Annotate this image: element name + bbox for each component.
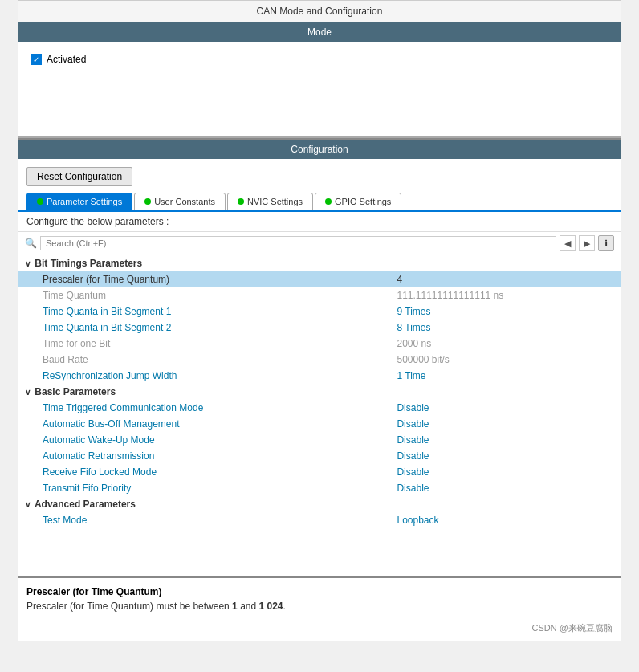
tabs-row: Parameter Settings User Constants NVIC S… (18, 193, 621, 210)
tab-dot-param (37, 198, 43, 205)
next-nav-button[interactable]: ▶ (579, 235, 595, 251)
param-value: 8 Times (397, 320, 621, 336)
param-value: 500000 bit/s (397, 352, 621, 368)
param-value: Disable (397, 416, 621, 432)
table-row: Time for one Bit 2000 ns (18, 336, 621, 352)
param-label: Time Quanta in Bit Segment 1 (18, 303, 397, 320)
tab-parameter-settings[interactable]: Parameter Settings (26, 193, 132, 210)
params-table: ∨ Bit Timings Parameters Prescaler (for … (18, 255, 621, 528)
param-label: ReSynchronization Jump Width (18, 368, 397, 384)
param-value: 2000 ns (397, 336, 621, 352)
param-label: Automatic Retransmission (18, 448, 397, 464)
param-label: Time Quanta in Bit Segment 2 (18, 320, 397, 336)
param-label: Prescaler (for Time Quantum) (18, 271, 397, 287)
param-label: Automatic Wake-Up Mode (18, 432, 397, 448)
table-row[interactable]: Prescaler (for Time Quantum) 4 (18, 271, 621, 287)
table-row[interactable]: Automatic Bus-Off Management Disable (18, 416, 621, 432)
param-label: Receive Fifo Locked Mode (18, 464, 397, 480)
table-row[interactable]: Transmit Fifo Priority Disable (18, 480, 621, 496)
param-value: 9 Times (397, 303, 621, 320)
table-row[interactable]: Test Mode Loopback (18, 512, 621, 528)
config-header: Configuration (18, 140, 621, 159)
group-basic-params: ∨ Basic Parameters (18, 384, 621, 400)
param-label: Transmit Fifo Priority (18, 480, 397, 496)
spacer (18, 528, 621, 576)
tab-dot-nvic (238, 198, 244, 205)
search-row: 🔍 ◀ ▶ ℹ (18, 232, 621, 255)
param-label: Test Mode (18, 512, 397, 528)
param-value: 4 (397, 271, 621, 287)
param-value: Disable (397, 480, 621, 496)
param-value: Disable (397, 464, 621, 480)
table-row[interactable]: Time Triggered Communication Mode Disabl… (18, 400, 621, 416)
expand-arrow-advanced[interactable]: ∨ (25, 500, 31, 509)
info-button[interactable]: ℹ (598, 235, 614, 251)
tab-user-constants[interactable]: User Constants (134, 193, 226, 210)
reset-config-button[interactable]: Reset Configuration (26, 167, 132, 186)
param-label: Time Triggered Communication Mode (18, 400, 397, 416)
tab-nvic-settings[interactable]: NVIC Settings (227, 193, 313, 210)
activated-row: ✓ Activated (31, 54, 608, 65)
search-icon: 🔍 (25, 238, 37, 249)
param-value: 1 Time (397, 368, 621, 384)
table-row: Baud Rate 500000 bit/s (18, 352, 621, 368)
param-label: Automatic Bus-Off Management (18, 416, 397, 432)
window-title: CAN Mode and Configuration (18, 1, 621, 22)
param-value: Disable (397, 448, 621, 464)
window-title-text: CAN Mode and Configuration (257, 6, 383, 17)
mode-header: Mode (18, 22, 621, 42)
param-value: Disable (397, 400, 621, 416)
bottom-info-title: Prescaler (for Time Quantum) (26, 586, 613, 597)
group-advanced-params: ∨ Advanced Parameters (18, 496, 621, 512)
prev-nav-button[interactable]: ◀ (560, 235, 576, 251)
search-input[interactable] (40, 236, 556, 250)
table-row[interactable]: Automatic Wake-Up Mode Disable (18, 432, 621, 448)
expand-arrow-bit[interactable]: ∨ (25, 259, 31, 268)
param-label: Baud Rate (18, 352, 397, 368)
configure-label: Configure the below parameters : (18, 210, 621, 232)
param-value: Loopback (397, 512, 621, 528)
config-section: Configuration Reset Configuration Parame… (18, 138, 621, 576)
tab-dot-user (144, 198, 151, 205)
watermark: CSDN @来碗豆腐脑 (532, 622, 613, 634)
tab-gpio-settings[interactable]: GPIO Settings (315, 193, 401, 210)
table-row[interactable]: Time Quanta in Bit Segment 2 8 Times (18, 320, 621, 336)
expand-arrow-basic[interactable]: ∨ (25, 388, 31, 397)
activated-checkbox[interactable]: ✓ (31, 54, 42, 65)
table-row: Time Quantum 111.11111111111111 ns (18, 287, 621, 303)
bottom-info-desc: Prescaler (for Time Quantum) must be bet… (26, 601, 613, 612)
param-value: Disable (397, 432, 621, 448)
group-bit-timings: ∨ Bit Timings Parameters (18, 255, 621, 271)
param-value: 111.11111111111111 ns (397, 287, 621, 303)
table-row[interactable]: ReSynchronization Jump Width 1 Time (18, 368, 621, 384)
tab-dot-gpio (325, 198, 332, 205)
bottom-info-panel: Prescaler (for Time Quantum) Prescaler (… (18, 576, 621, 641)
table-row[interactable]: Receive Fifo Locked Mode Disable (18, 464, 621, 480)
main-container: CAN Mode and Configuration Mode ✓ Activa… (18, 0, 621, 641)
mode-section: ✓ Activated (18, 42, 621, 138)
param-label: Time Quantum (18, 287, 397, 303)
table-row[interactable]: Time Quanta in Bit Segment 1 9 Times (18, 303, 621, 320)
activated-label: Activated (47, 54, 86, 65)
param-label: Time for one Bit (18, 336, 397, 352)
table-row[interactable]: Automatic Retransmission Disable (18, 448, 621, 464)
